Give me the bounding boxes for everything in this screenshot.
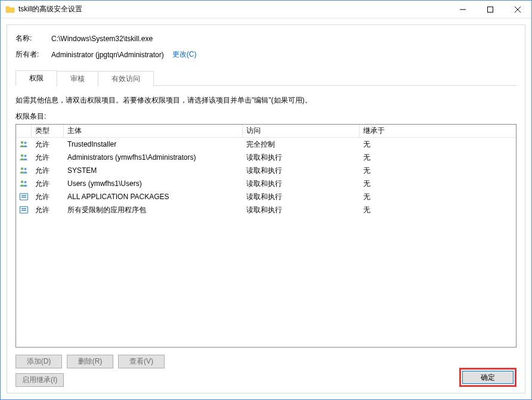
row-type: 允许 (32, 153, 64, 163)
row-type: 允许 (32, 139, 64, 150)
svg-rect-13 (21, 208, 26, 209)
col-principal[interactable]: 主体 (64, 125, 243, 137)
permission-list[interactable]: 类型 主体 访问 继承于 允许TrustedInstaller完全控制无允许Ad… (16, 124, 516, 348)
svg-rect-11 (21, 197, 26, 198)
col-icon[interactable] (16, 125, 32, 137)
row-icon (16, 179, 32, 188)
svg-point-6 (24, 168, 27, 170)
name-row: 名称: C:\Windows\System32\tskill.exe (16, 33, 516, 44)
permission-row[interactable]: 允许ALL APPLICATION PACKAGES读取和执行无 (16, 190, 516, 203)
minimize-button[interactable] (449, 1, 477, 18)
row-access: 读取和执行 (243, 192, 360, 202)
row-principal: Administrators (ymwfhs1\Administrators) (64, 153, 243, 162)
security-panel: 名称: C:\Windows\System32\tskill.exe 所有者: … (7, 24, 525, 393)
row-type: 允许 (32, 192, 64, 202)
svg-point-2 (24, 142, 27, 144)
folder-icon (5, 5, 15, 14)
row-icon (16, 166, 32, 175)
row-type: 允许 (32, 179, 64, 189)
add-button[interactable]: 添加(D) (16, 355, 62, 368)
row-inherit: 无 (360, 179, 516, 189)
remove-button[interactable]: 删除(R) (67, 355, 113, 368)
row-principal: SYSTEM (64, 166, 243, 175)
ok-button[interactable]: 确定 (462, 371, 514, 384)
change-owner-link[interactable]: 更改(C) (172, 49, 197, 60)
row-access: 完全控制 (243, 139, 360, 150)
name-label: 名称: (16, 33, 51, 44)
svg-point-7 (21, 181, 23, 183)
maximize-button[interactable] (477, 1, 504, 18)
entries-label: 权限条目: (16, 111, 516, 122)
row-principal: 所有受限制的应用程序包 (64, 205, 243, 215)
tabstrip: 权限 审核 有效访问 (16, 70, 516, 86)
window-title: tskill的高级安全设置 (18, 4, 449, 14)
window-controls (449, 1, 531, 18)
row-icon (16, 192, 32, 201)
col-inherit[interactable]: 继承于 (360, 125, 516, 137)
list-header: 类型 主体 访问 继承于 (16, 125, 516, 138)
col-access[interactable]: 访问 (243, 125, 360, 137)
row-principal: Users (ymwfhs1\Users) (64, 179, 243, 188)
svg-rect-0 (488, 7, 493, 12)
svg-rect-10 (21, 195, 26, 196)
row-type: 允许 (32, 205, 64, 215)
content-area: 名称: C:\Windows\System32\tskill.exe 所有者: … (1, 18, 531, 399)
hint-text: 如需其他信息，请双击权限项目。若要修改权限项目，请选择该项目并单击"编辑"(如果… (16, 95, 516, 106)
row-access: 读取和执行 (243, 153, 360, 163)
tab-permissions[interactable]: 权限 (16, 70, 57, 86)
row-icon (16, 205, 32, 215)
row-access: 读取和执行 (243, 205, 360, 215)
footer: 确定 (459, 368, 516, 387)
advanced-security-window: tskill的高级安全设置 名称: C:\Windows\System32\ts… (0, 0, 532, 400)
svg-point-8 (24, 181, 27, 184)
col-type[interactable]: 类型 (32, 125, 64, 137)
svg-point-5 (21, 168, 23, 170)
row-inherit: 无 (360, 153, 516, 163)
name-value: C:\Windows\System32\tskill.exe (51, 35, 153, 43)
owner-row: 所有者: Administrator (jpgtqn\Administrator… (16, 49, 516, 60)
svg-point-1 (21, 141, 23, 144)
enable-inherit-button[interactable]: 启用继承(I) (16, 373, 64, 387)
svg-point-4 (24, 155, 27, 157)
tab-audit[interactable]: 审核 (57, 71, 98, 86)
titlebar: tskill的高级安全设置 (1, 1, 531, 18)
row-type: 允许 (32, 166, 64, 176)
row-inherit: 无 (360, 205, 516, 215)
tab-effective[interactable]: 有效访问 (98, 71, 154, 86)
row-principal: TrustedInstaller (64, 140, 243, 148)
ok-highlight: 确定 (459, 368, 516, 387)
permission-row[interactable]: 允许Administrators (ymwfhs1\Administrators… (16, 151, 516, 164)
row-inherit: 无 (360, 166, 516, 176)
close-button[interactable] (504, 1, 531, 18)
row-icon (16, 139, 32, 149)
row-access: 读取和执行 (243, 166, 360, 176)
owner-label: 所有者: (16, 49, 51, 60)
view-button[interactable]: 查看(V) (118, 355, 165, 368)
permission-row[interactable]: 允许所有受限制的应用程序包读取和执行无 (16, 203, 516, 216)
permission-row[interactable]: 允许Users (ymwfhs1\Users)读取和执行无 (16, 177, 516, 190)
svg-rect-14 (21, 210, 26, 211)
row-inherit: 无 (360, 192, 516, 202)
row-access: 读取和执行 (243, 179, 360, 189)
row-inherit: 无 (360, 139, 516, 150)
inherit-buttons: 启用继承(I) (16, 373, 516, 387)
row-principal: ALL APPLICATION PACKAGES (64, 193, 243, 201)
owner-value: Administrator (jpgtqn\Administrator) (51, 51, 164, 59)
action-buttons: 添加(D) 删除(R) 查看(V) (16, 355, 516, 368)
svg-point-3 (21, 154, 23, 157)
permission-row[interactable]: 允许TrustedInstaller完全控制无 (16, 138, 516, 151)
permission-row[interactable]: 允许SYSTEM读取和执行无 (16, 164, 516, 177)
row-icon (16, 153, 32, 162)
